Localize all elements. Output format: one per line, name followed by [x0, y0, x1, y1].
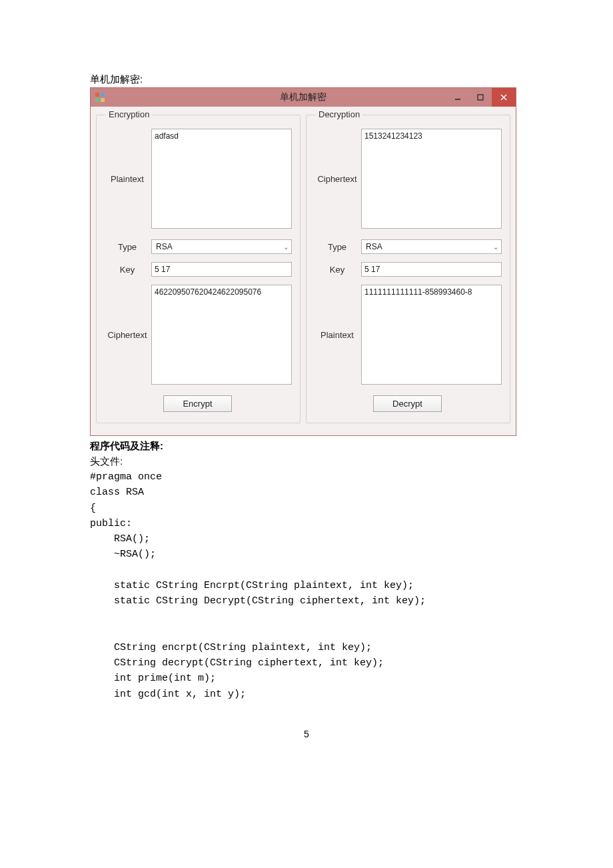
svg-rect-1 [101, 93, 105, 97]
dec-type-select[interactable]: RSA ⌄ [361, 239, 502, 254]
decrypt-button[interactable]: Decrypt [373, 395, 442, 412]
enc-ciphertext-label: Ciphertext [103, 330, 151, 340]
enc-plaintext-input[interactable]: adfasd [151, 129, 292, 229]
titlebar: 单机加解密 [91, 88, 516, 107]
minimize-button[interactable] [446, 88, 469, 107]
code-block: #pragma once class RSA { public: RSA(); … [90, 469, 523, 702]
caption-text: 单机加解密: [90, 73, 523, 86]
dec-ciphertext-input[interactable]: 1513241234123 [361, 129, 502, 229]
dec-ciphertext-label: Ciphertext [313, 174, 361, 184]
dec-key-label: Key [313, 265, 361, 275]
encryption-group: Encryption Plaintext adfasd Type RSA ⌄ K… [96, 115, 301, 423]
encrypt-button[interactable]: Encrypt [163, 395, 231, 412]
enc-key-label: Key [103, 265, 151, 275]
dec-key-input[interactable] [361, 262, 502, 277]
enc-type-value: RSA [156, 242, 173, 251]
svg-rect-0 [95, 93, 99, 97]
chevron-down-icon: ⌄ [283, 243, 289, 251]
enc-type-select[interactable]: RSA ⌄ [151, 239, 292, 254]
enc-key-input[interactable] [151, 262, 292, 277]
enc-type-label: Type [103, 242, 151, 252]
header-file-label: 头文件: [90, 455, 523, 468]
dec-type-value: RSA [366, 242, 382, 251]
svg-rect-2 [95, 98, 99, 102]
app-window: 单机加解密 Encryption Plaintext adfasd [90, 87, 516, 436]
svg-rect-3 [101, 98, 105, 102]
dec-type-label: Type [313, 242, 361, 252]
decryption-group: Decryption Ciphertext 1513241234123 Type… [306, 115, 510, 423]
code-heading: 程序代码及注释: [90, 440, 523, 453]
decryption-legend: Decryption [316, 109, 362, 119]
encryption-legend: Encryption [106, 109, 152, 119]
dec-plaintext-output[interactable]: 1111111111111-858993460-8 [361, 285, 502, 385]
svg-rect-5 [478, 95, 483, 100]
enc-ciphertext-output[interactable]: 462209507620424622095076 [151, 285, 292, 385]
maximize-button[interactable] [469, 88, 492, 107]
dec-plaintext-label: Plaintext [313, 330, 361, 340]
client-area: Encryption Plaintext adfasd Type RSA ⌄ K… [91, 107, 516, 435]
page-number: 5 [90, 729, 523, 739]
chevron-down-icon: ⌄ [493, 243, 498, 251]
app-icon [95, 92, 105, 103]
enc-plaintext-label: Plaintext [103, 174, 151, 184]
close-button[interactable] [492, 88, 516, 107]
window-buttons [446, 88, 516, 107]
